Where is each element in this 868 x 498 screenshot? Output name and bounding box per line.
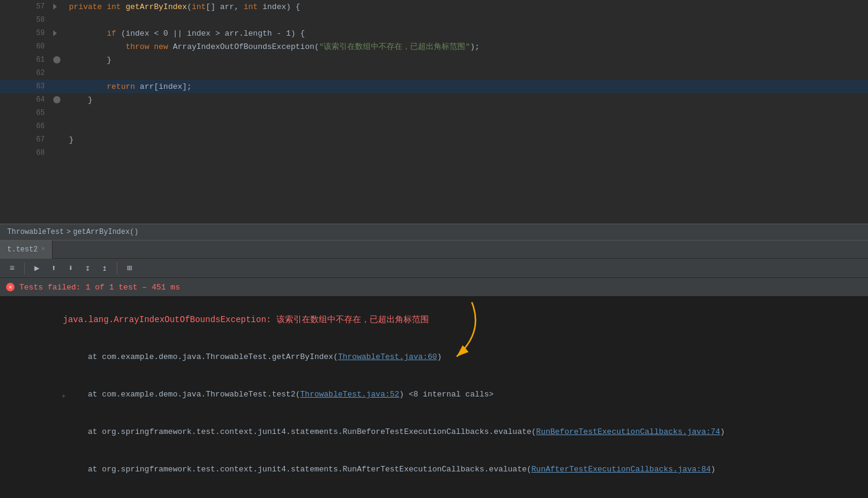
code-line: return arr[index]; — [64, 80, 868, 93]
table-row: 62 — [0, 66, 868, 80]
stack-text: at com.example.demo.java.ThrowableTest.t… — [69, 390, 300, 399]
line-number: 59 — [0, 27, 52, 40]
line-number: 65 — [0, 106, 52, 120]
console-main-exception: java.lang.ArrayIndexOutOfBoundsException… — [0, 301, 868, 338]
stack-link[interactable]: RunAfterTestExecutionCallbacks.java:84 — [532, 465, 711, 474]
fold-icon[interactable] — [53, 30, 57, 36]
table-row: 67 } — [0, 133, 868, 146]
code-line: if (index < 0 || index > arr.length - 1)… — [64, 27, 868, 40]
toolbar-rerun-btn[interactable]: ▶ — [30, 261, 44, 276]
stack-suffix: ) — [711, 465, 716, 474]
gutter-cell — [52, 0, 64, 13]
gutter-cell — [52, 27, 64, 40]
stack-suffix: ) <8 internal calls> — [399, 390, 494, 399]
bookmark-icon — [53, 96, 60, 103]
line-number: 62 — [0, 66, 52, 80]
stack-text: at org.springframework.test.context.juni… — [69, 427, 536, 436]
line-number: 67 — [0, 133, 52, 146]
code-line — [64, 66, 868, 80]
line-number: 57 — [0, 0, 52, 13]
table-row: 64 } — [0, 93, 868, 106]
line-number: 63 — [0, 80, 52, 93]
test-failed-detail: 1 of 1 test – 451 ms — [85, 283, 180, 292]
exception-text: java.lang.ArrayIndexOutOfBoundsException… — [63, 315, 429, 325]
tab-bar: t.test2 × — [0, 241, 868, 259]
console-area: java.lang.ArrayIndexOutOfBoundsException… — [0, 296, 868, 498]
line-number: 58 — [0, 13, 52, 27]
gutter-cell — [52, 53, 64, 66]
toolbar-up-btn[interactable]: ⬆ — [47, 261, 61, 276]
test-toolbar: ≡ ▶ ⬆ ⬇ ↧ ↥ ⊞ — [0, 259, 868, 278]
line-number: 64 — [0, 93, 52, 106]
code-line — [64, 13, 868, 27]
code-line: } — [64, 53, 868, 66]
breadcrumb-method[interactable]: getArrByIndex() — [73, 228, 139, 236]
test-status-bar: ✕ Tests failed: 1 of 1 test – 451 ms — [0, 278, 868, 296]
table-row: 66 — [0, 120, 868, 133]
table-row: 59 if (index < 0 || index > arr.length -… — [0, 27, 868, 40]
stack-suffix: ) — [720, 427, 725, 436]
code-line: } — [64, 133, 868, 146]
code-line — [64, 106, 868, 120]
toolbar-down-btn[interactable]: ⬇ — [64, 261, 78, 276]
stack-link[interactable]: ThrowableTest.java:52 — [300, 390, 399, 399]
stack-link[interactable]: ThrowableTest.java:60 — [338, 352, 437, 361]
table-row: 57 private int getArrByIndex(int[] arr, … — [0, 0, 868, 13]
gutter-cell — [52, 80, 64, 93]
gutter-cell — [52, 120, 64, 133]
test-failed-label: Tests failed: — [19, 283, 80, 292]
code-line: throw new ArrayIndexOutOfBoundsException… — [64, 40, 868, 53]
stack-link[interactable]: RunBeforeTestExecutionCallbacks.java:74 — [536, 427, 720, 436]
code-line: private int getArrByIndex(int[] arr, int… — [64, 0, 868, 13]
list-item: at org.springframework.test.context.juni… — [0, 451, 868, 488]
code-editor: 57 private int getArrByIndex(int[] arr, … — [0, 0, 868, 241]
test-failed-icon: ✕ — [6, 283, 15, 291]
bookmark-icon — [53, 56, 60, 63]
gutter-cell — [52, 93, 64, 106]
console-container: java.lang.ArrayIndexOutOfBoundsException… — [0, 296, 868, 498]
toolbar-grid-btn[interactable]: ⊞ — [122, 261, 137, 276]
breadcrumb: ThrowableTest > getArrByIndex() — [0, 224, 868, 241]
gutter-cell — [52, 133, 64, 146]
gutter-cell — [52, 13, 64, 27]
test-results-panel: t.test2 × ≡ ▶ ⬆ ⬇ ↧ ↥ ⊞ ✕ Tests failed: … — [0, 241, 868, 498]
line-number: 66 — [0, 120, 52, 133]
table-row: 58 — [0, 13, 868, 27]
expand-icon[interactable]: + — [59, 390, 68, 399]
breadcrumb-class[interactable]: ThrowableTest — [7, 228, 64, 236]
table-row: 61 } — [0, 53, 868, 66]
toolbar-menu-btn[interactable]: ≡ — [5, 261, 19, 276]
stack-text: at org.springframework.test.context.juni… — [69, 465, 532, 474]
toolbar-down2-btn[interactable]: ↧ — [80, 261, 95, 276]
line-number: 60 — [0, 40, 52, 53]
line-number: 68 — [0, 146, 52, 160]
table-row: 60 throw new ArrayIndexOutOfBoundsExcept… — [0, 40, 868, 53]
code-line — [64, 146, 868, 160]
stack-text: at com.example.demo.java.ThrowableTest.g… — [69, 352, 338, 361]
list-item: at org.springframework.test.context.juni… — [0, 413, 868, 451]
stack-suffix: ) — [437, 352, 442, 361]
code-table: 57 private int getArrByIndex(int[] arr, … — [0, 0, 868, 160]
line-number: 61 — [0, 53, 52, 66]
gutter-cell — [52, 146, 64, 160]
code-line: } — [64, 93, 868, 106]
fold-icon[interactable] — [53, 4, 57, 10]
main-layout: 57 private int getArrByIndex(int[] arr, … — [0, 0, 868, 498]
code-area: 57 private int getArrByIndex(int[] arr, … — [0, 0, 868, 224]
toolbar-up2-btn[interactable]: ↥ — [97, 261, 112, 276]
tab-label: t.test2 — [7, 245, 38, 254]
toolbar-separator — [24, 262, 25, 274]
tab-close-button[interactable]: × — [41, 246, 45, 253]
toolbar-separator-2 — [117, 262, 117, 274]
table-row: 65 — [0, 106, 868, 120]
list-item: at com.example.demo.java.ThrowableTest.g… — [0, 338, 868, 376]
list-item: at org.springframework.test.context.juni… — [0, 488, 868, 498]
code-line — [64, 120, 868, 133]
breadcrumb-separator: > — [67, 228, 71, 236]
gutter-cell — [52, 66, 64, 80]
gutter-cell — [52, 40, 64, 53]
gutter-cell — [52, 106, 64, 120]
list-item: + at com.example.demo.java.ThrowableTest… — [0, 376, 868, 413]
tab-item-test2[interactable]: t.test2 × — [0, 241, 53, 259]
table-row: 68 — [0, 146, 868, 160]
